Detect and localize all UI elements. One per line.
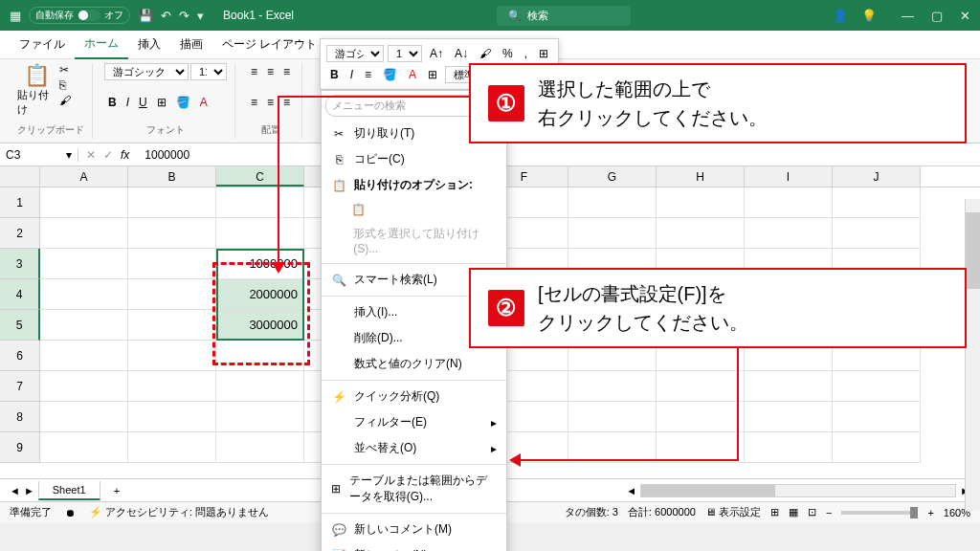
row-header-2[interactable]: 2	[0, 218, 40, 249]
cell[interactable]	[568, 218, 657, 249]
search-input[interactable]: 🔍 検索	[497, 6, 631, 26]
col-header-h[interactable]: H	[657, 166, 745, 187]
help-icon[interactable]: 💡	[861, 9, 877, 23]
cell[interactable]	[40, 432, 128, 463]
cell[interactable]	[128, 187, 216, 218]
cell[interactable]	[40, 187, 128, 218]
paste-button[interactable]: 📋 貼り付け	[17, 63, 56, 117]
vertical-scrollbar[interactable]	[965, 199, 980, 511]
col-header-b[interactable]: B	[128, 166, 216, 187]
cell[interactable]	[745, 371, 833, 402]
mini-size-combo[interactable]: 11	[388, 45, 422, 62]
cell[interactable]	[833, 187, 921, 218]
cell[interactable]	[657, 187, 745, 218]
cell[interactable]	[745, 402, 833, 432]
align-bottom-icon[interactable]: ≡	[279, 63, 294, 80]
autosave-toggle[interactable]: 自動保存 オフ	[29, 7, 130, 24]
align-top-icon[interactable]: ≡	[247, 63, 261, 80]
row-header-1[interactable]: 1	[0, 187, 40, 218]
cell[interactable]	[128, 279, 216, 310]
mini-format-painter-icon[interactable]: 🖌	[476, 45, 495, 62]
mini-bold-icon[interactable]: B	[326, 66, 343, 83]
qat-dropdown-icon[interactable]: ▾	[197, 9, 204, 23]
view-pagebreak-icon[interactable]: ⊡	[808, 506, 816, 518]
cell[interactable]	[40, 402, 128, 432]
cell[interactable]	[216, 187, 304, 218]
border-icon[interactable]: ⊞	[153, 94, 170, 111]
col-header-g[interactable]: G	[568, 166, 657, 187]
menu-sort[interactable]: 並べ替え(O)▸	[322, 435, 506, 461]
row-header-8[interactable]: 8	[0, 402, 40, 432]
sheet-nav-prev-icon[interactable]: ◄	[10, 485, 20, 496]
tab-file[interactable]: ファイル	[10, 31, 75, 58]
undo-icon[interactable]: ↶	[161, 9, 171, 23]
cell[interactable]	[216, 402, 304, 432]
cell[interactable]	[216, 432, 304, 463]
cell[interactable]	[216, 341, 304, 371]
mini-increase-icon[interactable]: A↑	[426, 45, 447, 62]
mini-percent-icon[interactable]: %	[499, 45, 517, 62]
row-header-4[interactable]: 4	[0, 279, 40, 310]
menu-get-data[interactable]: ⊞テーブルまたは範囲からデータを取得(G)...	[322, 468, 506, 510]
display-settings[interactable]: 🖥 表示設定	[705, 505, 761, 519]
select-all-corner[interactable]	[0, 166, 40, 187]
cell[interactable]	[40, 249, 128, 279]
align-center-icon[interactable]: ≡	[263, 94, 278, 111]
mini-font-combo[interactable]: 游ゴシッ	[326, 45, 384, 62]
cell[interactable]	[745, 218, 833, 249]
add-sheet-button[interactable]: +	[104, 485, 129, 496]
mini-fill-icon[interactable]: 🪣	[379, 66, 401, 83]
tab-draw[interactable]: 描画	[170, 31, 212, 58]
cut-icon[interactable]: ✂	[59, 63, 71, 77]
row-header-9[interactable]: 9	[0, 432, 40, 463]
col-header-a[interactable]: A	[40, 166, 128, 187]
cell[interactable]	[745, 432, 833, 463]
macro-record-icon[interactable]: ⏺	[65, 507, 76, 518]
cell-c5[interactable]: 3000000	[216, 310, 304, 341]
cell[interactable]	[40, 310, 128, 341]
scrollbar-thumb[interactable]	[966, 212, 980, 289]
name-box-dropdown-icon[interactable]: ▾	[66, 148, 72, 162]
tab-pagelayout[interactable]: ページ レイアウト	[212, 31, 326, 58]
cell[interactable]	[128, 371, 216, 402]
row-header-7[interactable]: 7	[0, 371, 40, 402]
zoom-slider[interactable]	[841, 511, 918, 515]
fill-color-icon[interactable]: 🪣	[172, 94, 194, 111]
tab-home[interactable]: ホーム	[75, 30, 128, 59]
font-size-combo[interactable]: 11	[190, 63, 227, 80]
col-header-i[interactable]: I	[745, 166, 833, 187]
cell[interactable]	[833, 402, 921, 432]
cell[interactable]	[40, 218, 128, 249]
cell[interactable]	[128, 249, 216, 279]
fx-icon[interactable]: fx	[121, 148, 129, 162]
cell-c3[interactable]: 1000000	[216, 249, 304, 279]
maximize-icon[interactable]: ▢	[931, 9, 943, 23]
col-header-j[interactable]: J	[833, 166, 921, 187]
cell[interactable]	[40, 279, 128, 310]
cell[interactable]	[216, 218, 304, 249]
scroll-left-icon[interactable]: ◄	[626, 485, 636, 496]
align-left-icon[interactable]: ≡	[247, 94, 261, 111]
cell[interactable]	[568, 402, 657, 432]
cell[interactable]	[657, 402, 745, 432]
mini-fontcolor-icon[interactable]: A	[405, 66, 420, 83]
menu-new-note[interactable]: 📝新しいメモ(N)	[322, 542, 506, 551]
row-header-3[interactable]: 3	[0, 249, 40, 279]
horizontal-scrollbar[interactable]	[640, 484, 956, 497]
font-combo[interactable]: 游ゴシック	[104, 63, 189, 80]
cell[interactable]	[128, 402, 216, 432]
cell[interactable]	[216, 371, 304, 402]
cell[interactable]	[128, 432, 216, 463]
row-header-5[interactable]: 5	[0, 310, 40, 341]
view-normal-icon[interactable]: ⊞	[770, 506, 779, 518]
view-pagelayout-icon[interactable]: ▦	[789, 506, 798, 518]
menu-quick-analysis[interactable]: ⚡クイック分析(Q)	[322, 384, 506, 409]
cell[interactable]	[833, 432, 921, 463]
sheet-nav-next-icon[interactable]: ►	[24, 485, 34, 496]
formula-value[interactable]: 1000000	[137, 148, 189, 162]
minimize-icon[interactable]: —	[902, 9, 914, 23]
cell[interactable]	[40, 341, 128, 371]
zoom-out-icon[interactable]: −	[826, 507, 832, 518]
mini-border-icon[interactable]: ⊞	[424, 66, 441, 83]
cell[interactable]	[745, 187, 833, 218]
